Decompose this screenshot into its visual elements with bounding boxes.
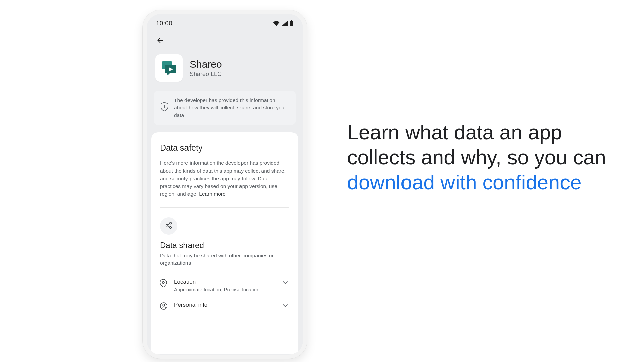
data-shared-subtitle: Data that may be shared with other compa… xyxy=(160,252,289,267)
svg-point-6 xyxy=(170,222,172,224)
arrow-left-icon xyxy=(156,36,164,46)
svg-point-13 xyxy=(163,304,165,306)
headline-line1: Learn what data an app xyxy=(347,121,562,144)
svg-point-4 xyxy=(164,105,165,106)
data-safety-card: Data safety Here's more information the … xyxy=(151,132,298,354)
svg-line-10 xyxy=(168,226,170,227)
card-divider xyxy=(160,207,289,208)
svg-rect-1 xyxy=(291,20,292,21)
data-safety-description: Here's more information the developer ha… xyxy=(160,159,289,198)
developer-info-banner: The developer has provided this informat… xyxy=(154,90,296,125)
chevron-down-icon xyxy=(283,303,289,310)
row-subtitle-location: Approximate location, Precise location xyxy=(174,287,277,292)
svg-point-8 xyxy=(170,226,172,228)
chevron-down-icon xyxy=(283,280,289,287)
app-title: Shareo xyxy=(190,59,222,70)
svg-point-11 xyxy=(162,281,164,283)
cellular-icon xyxy=(282,21,288,26)
data-safety-title: Data safety xyxy=(160,143,289,153)
share-icon-circle xyxy=(160,217,177,235)
marketing-headline: Learn what data an app collects and why,… xyxy=(347,120,610,195)
location-icon xyxy=(160,279,168,289)
data-row-location[interactable]: Location Approximate location, Precise l… xyxy=(160,274,289,297)
app-icon xyxy=(155,54,183,82)
headline-line2: collects and why, so you can xyxy=(347,146,606,169)
svg-point-7 xyxy=(166,224,168,226)
shield-icon xyxy=(161,102,169,113)
app-developer: Shareo LLC xyxy=(190,71,222,78)
svg-rect-0 xyxy=(290,21,293,26)
learn-more-link[interactable]: Learn more xyxy=(199,191,225,197)
battery-icon xyxy=(290,20,293,26)
svg-line-9 xyxy=(168,224,170,225)
status-time: 10:00 xyxy=(156,20,172,27)
person-icon xyxy=(160,302,168,311)
svg-rect-5 xyxy=(164,106,165,108)
data-shared-title: Data shared xyxy=(160,241,289,250)
data-row-personal-info[interactable]: Personal info xyxy=(160,297,289,316)
back-button[interactable] xyxy=(154,35,166,47)
wifi-icon xyxy=(273,21,280,26)
row-title-personal-info: Personal info xyxy=(174,302,277,308)
share-icon xyxy=(165,222,172,230)
phone-frame: 10:00 xyxy=(143,10,307,359)
headline-accent: download with confidence xyxy=(347,171,582,194)
status-bar: 10:00 xyxy=(147,14,303,33)
row-title-location: Location xyxy=(174,279,277,285)
app-header: Shareo Shareo LLC xyxy=(147,48,303,90)
developer-info-text: The developer has provided this informat… xyxy=(174,97,289,119)
